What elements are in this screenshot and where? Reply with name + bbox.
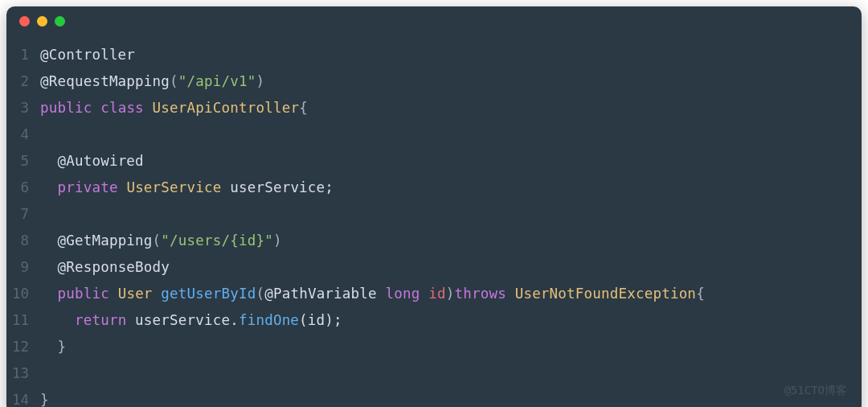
line-number: 5 (6, 148, 40, 175)
code-window: 1@Controller2@RequestMapping("/api/v1")3… (6, 6, 862, 407)
code-editor[interactable]: 1@Controller2@RequestMapping("/api/v1")3… (6, 35, 862, 407)
code-content[interactable]: } (40, 334, 66, 360)
code-line[interactable]: 9 @ResponseBody (6, 254, 862, 281)
code-line[interactable]: 4 (6, 121, 862, 148)
minimize-icon[interactable] (37, 16, 47, 27)
line-number: 14 (6, 387, 40, 407)
line-number: 13 (6, 360, 40, 387)
code-content[interactable]: @Autowired (40, 148, 144, 175)
code-line[interactable]: 8 @GetMapping("/users/{id}") (6, 228, 862, 254)
line-number: 6 (6, 175, 40, 201)
line-number: 10 (6, 281, 40, 307)
line-number: 8 (6, 228, 40, 254)
code-line[interactable]: 13 (6, 360, 862, 387)
code-content[interactable]: } (40, 387, 49, 407)
code-content[interactable]: @Controller (40, 42, 135, 68)
code-content[interactable]: @GetMapping("/users/{id}") (40, 228, 282, 254)
code-content[interactable]: @RequestMapping("/api/v1") (40, 68, 264, 95)
line-number: 9 (6, 254, 40, 281)
code-content[interactable]: return userService.findOne(id); (40, 307, 342, 334)
code-line[interactable]: 7 (6, 201, 862, 228)
code-line[interactable]: 5 @Autowired (6, 148, 862, 175)
zoom-icon[interactable] (55, 16, 65, 27)
line-number: 3 (6, 95, 40, 121)
code-line[interactable]: 12 } (6, 334, 862, 360)
code-line[interactable]: 10 public User getUserById(@PathVariable… (6, 281, 862, 307)
close-icon[interactable] (19, 16, 30, 27)
code-line[interactable]: 11 return userService.findOne(id); (6, 307, 862, 334)
window-titlebar (6, 6, 862, 35)
code-content[interactable]: public User getUserById(@PathVariable lo… (40, 281, 705, 307)
code-line[interactable]: 14} (6, 387, 862, 407)
line-number: 2 (6, 68, 40, 95)
line-number: 7 (6, 201, 40, 228)
code-line[interactable]: 3public class UserApiController{ (6, 95, 862, 121)
code-line[interactable]: 6 private UserService userService; (6, 175, 862, 201)
line-number: 11 (6, 307, 40, 334)
line-number: 1 (6, 42, 40, 68)
code-content[interactable]: public class UserApiController{ (40, 95, 308, 121)
watermark-text: @51CTO博客 (784, 377, 847, 404)
code-line[interactable]: 2@RequestMapping("/api/v1") (6, 68, 862, 95)
code-content[interactable]: @ResponseBody (40, 254, 170, 281)
line-number: 12 (6, 334, 40, 360)
code-line[interactable]: 1@Controller (6, 42, 862, 68)
code-content[interactable]: private UserService userService; (40, 175, 334, 201)
line-number: 4 (6, 121, 40, 148)
